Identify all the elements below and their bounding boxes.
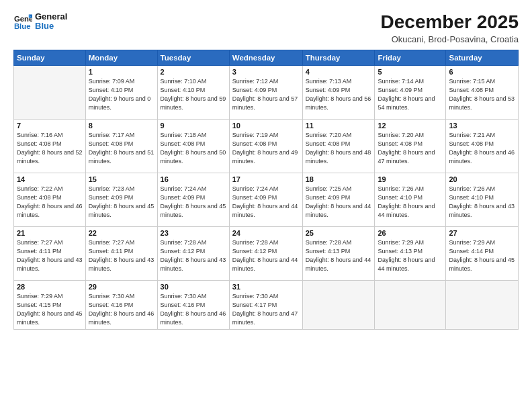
day-number: 22	[89, 229, 154, 237]
calendar-cell	[14, 65, 86, 119]
calendar-cell: 3Sunrise: 7:12 AMSunset: 4:09 PMDaylight…	[229, 65, 302, 119]
calendar-cell: 28Sunrise: 7:29 AMSunset: 4:15 PMDayligh…	[14, 280, 86, 329]
day-number: 5	[378, 68, 443, 76]
weekday-header-monday: Monday	[85, 50, 157, 65]
day-number: 16	[161, 175, 226, 183]
calendar-cell: 18Sunrise: 7:25 AMSunset: 4:09 PMDayligh…	[302, 173, 375, 226]
day-number: 15	[89, 175, 154, 183]
week-row-5: 28Sunrise: 7:29 AMSunset: 4:15 PMDayligh…	[14, 280, 519, 329]
day-number: 4	[306, 68, 372, 76]
calendar-cell: 24Sunrise: 7:28 AMSunset: 4:12 PMDayligh…	[229, 226, 302, 280]
week-row-3: 14Sunrise: 7:22 AMSunset: 4:08 PMDayligh…	[14, 173, 519, 226]
page: General Blue General Blue December 2025 …	[0, 0, 532, 411]
day-info: Sunrise: 7:24 AMSunset: 4:09 PMDaylight:…	[161, 185, 226, 220]
day-info: Sunrise: 7:19 AMSunset: 4:08 PMDaylight:…	[232, 131, 300, 166]
logo-general: General	[35, 12, 67, 21]
day-number: 7	[17, 122, 83, 130]
calendar-cell: 16Sunrise: 7:24 AMSunset: 4:09 PMDayligh…	[157, 173, 229, 226]
day-info: Sunrise: 7:09 AMSunset: 4:10 PMDaylight:…	[89, 77, 154, 112]
calendar-cell: 9Sunrise: 7:18 AMSunset: 4:08 PMDaylight…	[157, 119, 229, 173]
weekday-header-thursday: Thursday	[302, 50, 375, 65]
day-info: Sunrise: 7:18 AMSunset: 4:08 PMDaylight:…	[161, 131, 226, 166]
day-info: Sunrise: 7:29 AMSunset: 4:15 PMDaylight:…	[17, 292, 83, 327]
day-info: Sunrise: 7:30 AMSunset: 4:17 PMDaylight:…	[232, 292, 300, 327]
day-number: 10	[232, 122, 300, 130]
day-info: Sunrise: 7:30 AMSunset: 4:16 PMDaylight:…	[161, 292, 226, 327]
day-info: Sunrise: 7:16 AMSunset: 4:08 PMDaylight:…	[17, 131, 83, 166]
day-number: 3	[232, 68, 300, 76]
day-number: 12	[378, 122, 443, 130]
calendar-cell	[302, 280, 375, 329]
calendar-cell: 30Sunrise: 7:30 AMSunset: 4:16 PMDayligh…	[157, 280, 229, 329]
calendar-cell: 2Sunrise: 7:10 AMSunset: 4:10 PMDaylight…	[157, 65, 229, 119]
day-info: Sunrise: 7:20 AMSunset: 4:08 PMDaylight:…	[378, 131, 443, 166]
day-number: 20	[449, 175, 515, 183]
location: Okucani, Brod-Posavina, Croatia	[381, 34, 519, 44]
calendar-cell: 15Sunrise: 7:23 AMSunset: 4:09 PMDayligh…	[85, 173, 157, 226]
weekday-header-friday: Friday	[375, 50, 446, 65]
weekday-header-saturday: Saturday	[446, 50, 519, 65]
calendar-cell: 7Sunrise: 7:16 AMSunset: 4:08 PMDaylight…	[14, 119, 86, 173]
day-info: Sunrise: 7:15 AMSunset: 4:08 PMDaylight:…	[449, 77, 515, 112]
calendar-cell: 21Sunrise: 7:27 AMSunset: 4:11 PMDayligh…	[14, 226, 86, 280]
calendar-cell: 4Sunrise: 7:13 AMSunset: 4:09 PMDaylight…	[302, 65, 375, 119]
day-number: 25	[306, 229, 372, 237]
calendar-cell: 26Sunrise: 7:29 AMSunset: 4:13 PMDayligh…	[375, 226, 446, 280]
calendar-cell: 17Sunrise: 7:24 AMSunset: 4:09 PMDayligh…	[229, 173, 302, 226]
title-block: December 2025 Okucani, Brod-Posavina, Cr…	[381, 12, 519, 44]
day-info: Sunrise: 7:28 AMSunset: 4:12 PMDaylight:…	[232, 238, 300, 273]
day-number: 26	[378, 229, 443, 237]
day-info: Sunrise: 7:13 AMSunset: 4:09 PMDaylight:…	[306, 77, 372, 112]
day-number: 30	[161, 283, 226, 291]
day-number: 13	[449, 122, 515, 130]
day-info: Sunrise: 7:10 AMSunset: 4:10 PMDaylight:…	[161, 77, 226, 112]
day-info: Sunrise: 7:30 AMSunset: 4:16 PMDaylight:…	[89, 292, 154, 327]
day-number: 6	[449, 68, 515, 76]
day-number: 2	[161, 68, 226, 76]
day-info: Sunrise: 7:17 AMSunset: 4:08 PMDaylight:…	[89, 131, 154, 166]
day-info: Sunrise: 7:14 AMSunset: 4:09 PMDaylight:…	[378, 77, 443, 112]
calendar-cell: 8Sunrise: 7:17 AMSunset: 4:08 PMDaylight…	[85, 119, 157, 173]
header: General Blue General Blue December 2025 …	[13, 12, 519, 44]
day-number: 8	[89, 122, 154, 130]
calendar-cell: 14Sunrise: 7:22 AMSunset: 4:08 PMDayligh…	[14, 173, 86, 226]
day-info: Sunrise: 7:24 AMSunset: 4:09 PMDaylight:…	[232, 185, 300, 220]
day-info: Sunrise: 7:20 AMSunset: 4:08 PMDaylight:…	[306, 131, 372, 166]
day-info: Sunrise: 7:28 AMSunset: 4:12 PMDaylight:…	[161, 238, 226, 273]
day-number: 31	[232, 283, 300, 291]
day-number: 11	[306, 122, 372, 130]
day-info: Sunrise: 7:23 AMSunset: 4:09 PMDaylight:…	[89, 185, 154, 220]
day-info: Sunrise: 7:26 AMSunset: 4:10 PMDaylight:…	[449, 185, 515, 220]
calendar-cell: 19Sunrise: 7:26 AMSunset: 4:10 PMDayligh…	[375, 173, 446, 226]
day-number: 1	[89, 68, 154, 76]
calendar-cell: 31Sunrise: 7:30 AMSunset: 4:17 PMDayligh…	[229, 280, 302, 329]
calendar-cell: 5Sunrise: 7:14 AMSunset: 4:09 PMDaylight…	[375, 65, 446, 119]
calendar-cell: 11Sunrise: 7:20 AMSunset: 4:08 PMDayligh…	[302, 119, 375, 173]
logo: General Blue General Blue	[13, 12, 67, 32]
day-number: 23	[161, 229, 226, 237]
logo-icon: General Blue	[13, 12, 32, 31]
day-number: 9	[161, 122, 226, 130]
calendar-cell	[446, 280, 519, 329]
calendar-cell: 10Sunrise: 7:19 AMSunset: 4:08 PMDayligh…	[229, 119, 302, 173]
calendar-cell: 12Sunrise: 7:20 AMSunset: 4:08 PMDayligh…	[375, 119, 446, 173]
month-title: December 2025	[381, 12, 519, 33]
day-info: Sunrise: 7:29 AMSunset: 4:13 PMDaylight:…	[378, 238, 443, 273]
calendar-cell: 29Sunrise: 7:30 AMSunset: 4:16 PMDayligh…	[85, 280, 157, 329]
weekday-header-sunday: Sunday	[14, 50, 86, 65]
day-info: Sunrise: 7:26 AMSunset: 4:10 PMDaylight:…	[378, 185, 443, 220]
weekday-header-wednesday: Wednesday	[229, 50, 302, 65]
week-row-1: 1Sunrise: 7:09 AMSunset: 4:10 PMDaylight…	[14, 65, 519, 119]
calendar-cell: 25Sunrise: 7:28 AMSunset: 4:13 PMDayligh…	[302, 226, 375, 280]
day-number: 24	[232, 229, 300, 237]
calendar-cell: 23Sunrise: 7:28 AMSunset: 4:12 PMDayligh…	[157, 226, 229, 280]
logo-blue: Blue	[35, 21, 67, 31]
day-number: 27	[449, 229, 515, 237]
day-number: 14	[17, 175, 83, 183]
calendar-cell: 27Sunrise: 7:29 AMSunset: 4:14 PMDayligh…	[446, 226, 519, 280]
day-info: Sunrise: 7:27 AMSunset: 4:11 PMDaylight:…	[17, 238, 83, 273]
calendar-cell: 20Sunrise: 7:26 AMSunset: 4:10 PMDayligh…	[446, 173, 519, 226]
calendar-cell	[375, 280, 446, 329]
day-number: 18	[306, 175, 372, 183]
svg-text:Blue: Blue	[14, 22, 31, 30]
